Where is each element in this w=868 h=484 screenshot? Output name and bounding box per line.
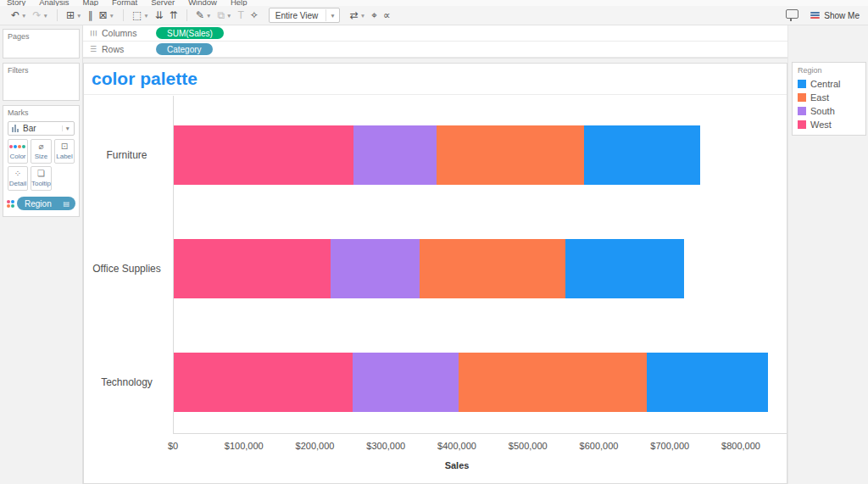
bar-segment-west[interactable] (174, 353, 353, 412)
bar-segment-west[interactable] (174, 125, 353, 185)
dimension-pill[interactable]: Category (156, 43, 213, 55)
swap-axes-icon[interactable]: ⇄▼ (348, 8, 369, 23)
rows-shelf-label: Rows (102, 44, 151, 54)
marks-card: Marks Bar ▼ Color⌀Size⊡Label⁘Detail❏Tool… (3, 105, 80, 217)
marks-region-row: Region ▤ (7, 197, 75, 210)
size-button[interactable]: ⌀Size (31, 139, 52, 164)
bar-segment-central[interactable] (565, 239, 684, 298)
new-data-source-icon[interactable]: ⊞▼ (64, 8, 85, 23)
filters-shelf[interactable]: Filters (3, 63, 80, 101)
legend-items: CentralEastSouthWest (793, 77, 865, 131)
label-button[interactable]: ⊡Label (54, 139, 75, 164)
category-label[interactable]: Office Supplies (84, 239, 170, 298)
fix-axes-icon[interactable]: ✧ (248, 8, 261, 23)
axis-tick-label: $600,000 (580, 441, 619, 451)
rows-shelf[interactable]: ☰ Rows Category (83, 42, 787, 58)
bar-segment-east[interactable] (459, 353, 647, 412)
menu-item-analysis[interactable]: Analysis (39, 0, 69, 6)
toolbar: ↶▼↷▼⊞▼∥⊠▼⬚▼⇊⇈✎▼⧉▼T✧Entire View▼⇄▼⌖∝ Show… (0, 6, 868, 25)
toolbar-separator (186, 9, 187, 21)
legend-item-west[interactable]: West (793, 118, 865, 131)
chevron-down-icon: ▼ (109, 13, 114, 19)
detail-button[interactable]: ⁘Detail (8, 166, 28, 191)
shelves: ☰ Columns SUM(Sales) ☰ Rows Category (83, 25, 787, 58)
region-pill[interactable]: Region ▤ (17, 197, 75, 210)
color-legend-icon: ▤ (63, 200, 70, 208)
axis-tick-label: $400,000 (437, 441, 476, 451)
bar-segment-west[interactable] (174, 239, 331, 298)
chevron-down-icon: ▼ (226, 13, 231, 19)
new-worksheet-icon[interactable]: ⬚▼ (130, 8, 152, 23)
legend-item-south[interactable]: South (793, 104, 865, 118)
bar-segment-south[interactable] (353, 353, 459, 412)
color-dots (9, 142, 25, 151)
category-label[interactable]: Technology (84, 353, 170, 412)
legend-item-label: South (810, 106, 835, 116)
menu-item-window[interactable]: Window (188, 0, 217, 6)
legend-swatch (798, 107, 806, 115)
region-pill-label: Region (25, 199, 52, 209)
legend-title: Region (793, 63, 865, 77)
main-area: Pages Filters Marks Bar ▼ Color⌀Size⊡Lab… (0, 25, 868, 484)
fit-selector[interactable]: Entire View▼ (269, 8, 340, 23)
fit-selector-value: Entire View (275, 11, 318, 20)
rows-pills: Category (151, 43, 213, 55)
pause-auto-updates-icon[interactable]: ∥ (86, 8, 96, 23)
highlight-pen-icon[interactable]: ✎▼ (193, 8, 214, 23)
rows-icon: ☰ (90, 45, 102, 53)
share-icon[interactable]: ∝ (381, 8, 393, 23)
presentation-mode-icon[interactable] (786, 9, 798, 19)
marks-buttons: Color⌀Size⊡Label⁘Detail❏Tooltip (8, 139, 75, 191)
mark-button-label: Size (35, 153, 48, 160)
toolbar-icons: ↶▼↷▼⊞▼∥⊠▼⬚▼⇊⇈✎▼⧉▼T✧Entire View▼⇄▼⌖∝ (8, 8, 393, 23)
bar-segment-central[interactable] (647, 353, 768, 412)
run-auto-updates-icon[interactable]: ⊠▼ (97, 8, 118, 23)
toolbar-separator (123, 9, 124, 21)
show-me-icon (810, 11, 820, 20)
mark-type-dropdown[interactable]: Bar ▼ (8, 121, 75, 136)
columns-icon: ☰ (90, 29, 102, 37)
menu-item-help[interactable]: Help (231, 0, 248, 6)
color-legend-card[interactable]: Region CentralEastSouthWest (792, 62, 866, 136)
bar-segment-east[interactable] (420, 239, 565, 298)
legend-item-central[interactable]: Central (793, 77, 865, 91)
columns-shelf[interactable]: ☰ Columns SUM(Sales) (83, 25, 787, 42)
sort-ascending-icon[interactable]: ⇊ (153, 8, 166, 23)
bar-segment-east[interactable] (437, 125, 584, 185)
sort-descending-icon[interactable]: ⇈ (167, 8, 181, 23)
menu-item-map[interactable]: Map (83, 0, 98, 6)
legend-item-label: West (810, 120, 832, 130)
menu-item-story[interactable]: Story (7, 0, 25, 6)
undo-icon[interactable]: ↶▼ (8, 8, 30, 23)
worksheet-title[interactable]: color palette (84, 64, 787, 95)
legend-swatch (798, 93, 806, 102)
legend-swatch (798, 120, 806, 129)
chevron-down-icon: ▼ (21, 13, 26, 19)
left-panel: Pages Filters Marks Bar ▼ Color⌀Size⊡Lab… (0, 25, 83, 484)
menu-item-format[interactable]: Format (112, 0, 137, 6)
size-icon: ⌀ (38, 142, 43, 151)
category-label[interactable]: Furniture (84, 125, 170, 185)
chevron-down-icon: ▼ (76, 13, 81, 19)
mark-button-label: Color (9, 153, 25, 160)
columns-pills: SUM(Sales) (151, 27, 224, 39)
measure-pill[interactable]: SUM(Sales) (156, 27, 224, 39)
pages-shelf[interactable]: Pages (3, 29, 80, 58)
bar-segment-south[interactable] (331, 239, 420, 298)
legend-item-label: Central (810, 79, 840, 89)
chevron-down-icon: ▼ (143, 13, 148, 19)
bar-segment-south[interactable] (353, 125, 437, 185)
bar-row (174, 353, 768, 412)
fit-width-icon[interactable]: ⌖ (369, 8, 380, 23)
color-legend-dots-icon (7, 200, 14, 208)
bar-segment-central[interactable] (584, 125, 700, 185)
menu-item-server[interactable]: Server (151, 0, 175, 6)
chevron-down-icon: ▼ (62, 125, 70, 131)
chevron-down-icon: ▼ (206, 13, 211, 19)
tooltip-button[interactable]: ❏Tooltip (31, 166, 52, 191)
show-me-button[interactable]: Show Me (810, 11, 860, 20)
legend-item-east[interactable]: East (793, 91, 865, 104)
mark-button-label: Label (56, 153, 73, 160)
bar-row (174, 125, 700, 185)
color-button[interactable]: Color (8, 139, 28, 164)
